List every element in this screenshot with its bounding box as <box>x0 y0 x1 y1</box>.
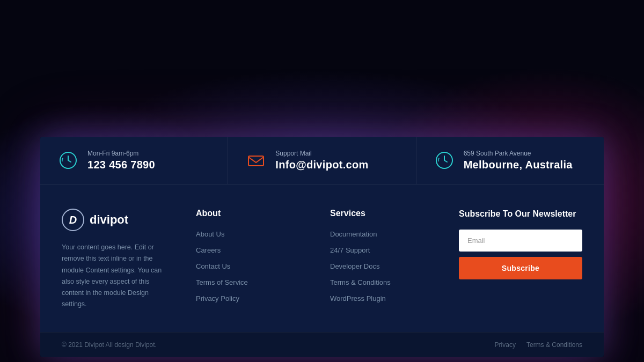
footer-main: D divipot Your content goes here. Edit o… <box>40 184 604 332</box>
terms-conditions-link[interactable]: Terms & Conditions <box>330 278 391 286</box>
subscribe-button[interactable]: Subscribe <box>459 257 582 279</box>
list-item: WordPress Plugin <box>330 293 443 303</box>
contact-email: Support Mail Info@divipot.com <box>228 137 416 184</box>
list-item: About Us <box>196 229 309 239</box>
newsletter-title: Subscribe To Our Newsletter <box>459 209 582 220</box>
email-input[interactable] <box>459 230 582 252</box>
location-icon <box>433 149 456 172</box>
list-item: Documentation <box>330 229 443 239</box>
logo-letter: D <box>69 214 77 226</box>
services-links-list: Documentation 24/7 Support Developer Doc… <box>330 229 443 303</box>
terms-link[interactable]: Terms of Service <box>196 278 248 286</box>
footer-bottom-links: Privacy Terms & Conditions <box>495 341 582 349</box>
contact-phone-label: Mon-Fri 9am-6pm <box>87 150 155 157</box>
brand-description: Your content goes here. Edit or remove t… <box>62 242 169 311</box>
brand-column: D divipot Your content goes here. Edit o… <box>62 209 180 311</box>
list-item: Privacy Policy <box>196 293 309 303</box>
contact-address-label: 659 South Park Avenue <box>464 150 573 157</box>
mail-icon <box>244 149 268 172</box>
brand-name: divipot <box>90 213 128 227</box>
clock-icon <box>56 149 80 172</box>
services-column: Services Documentation 24/7 Support Deve… <box>325 209 448 311</box>
contact-bar: Mon-Fri 9am-6pm 123 456 7890 Support Mai… <box>40 137 604 184</box>
list-item: 24/7 Support <box>330 245 443 255</box>
terms-conditions-bottom-link[interactable]: Terms & Conditions <box>526 341 582 349</box>
list-item: Terms & Conditions <box>330 277 443 287</box>
copyright-text: © 2021 Divipot All design Divipot. <box>62 341 157 349</box>
about-us-link[interactable]: About Us <box>196 230 224 238</box>
contact-address-text: 659 South Park Avenue Melbourne, Austral… <box>464 150 573 171</box>
list-item: Developer Docs <box>330 261 443 271</box>
list-item: Careers <box>196 245 309 255</box>
about-column: About About Us Careers Contact Us Terms … <box>191 209 314 311</box>
contact-phone-text: Mon-Fri 9am-6pm 123 456 7890 <box>87 150 155 171</box>
services-col-title: Services <box>330 209 443 218</box>
list-item: Terms of Service <box>196 277 309 287</box>
footer-wrapper: Mon-Fri 9am-6pm 123 456 7890 Support Mai… <box>40 137 604 357</box>
newsletter-column: Subscribe To Our Newsletter Subscribe <box>459 209 582 311</box>
contact-email-label: Support Mail <box>275 150 368 157</box>
contact-address-value: Melbourne, Australia <box>464 159 573 171</box>
contact-phone: Mon-Fri 9am-6pm 123 456 7890 <box>40 137 228 184</box>
about-col-title: About <box>196 209 309 218</box>
footer-bottom: © 2021 Divipot All design Divipot. Priva… <box>40 332 604 357</box>
documentation-link[interactable]: Documentation <box>330 230 377 238</box>
contact-email-text: Support Mail Info@divipot.com <box>275 150 368 171</box>
careers-link[interactable]: Careers <box>196 246 221 254</box>
list-item: Contact Us <box>196 261 309 271</box>
privacy-bottom-link[interactable]: Privacy <box>495 341 516 349</box>
svg-rect-1 <box>248 156 264 166</box>
privacy-link[interactable]: Privacy Policy <box>196 294 239 302</box>
brand-logo: D divipot <box>62 209 169 231</box>
contact-phone-value: 123 456 7890 <box>87 159 155 171</box>
wordpress-plugin-link[interactable]: WordPress Plugin <box>330 294 386 302</box>
support-link[interactable]: 24/7 Support <box>330 246 370 254</box>
contact-address: 659 South Park Avenue Melbourne, Austral… <box>416 137 604 184</box>
about-links-list: About Us Careers Contact Us Terms of Ser… <box>196 229 309 303</box>
developer-docs-link[interactable]: Developer Docs <box>330 262 380 270</box>
contact-email-value: Info@divipot.com <box>275 159 368 171</box>
logo-circle: D <box>62 209 84 231</box>
contact-us-link[interactable]: Contact Us <box>196 262 230 270</box>
